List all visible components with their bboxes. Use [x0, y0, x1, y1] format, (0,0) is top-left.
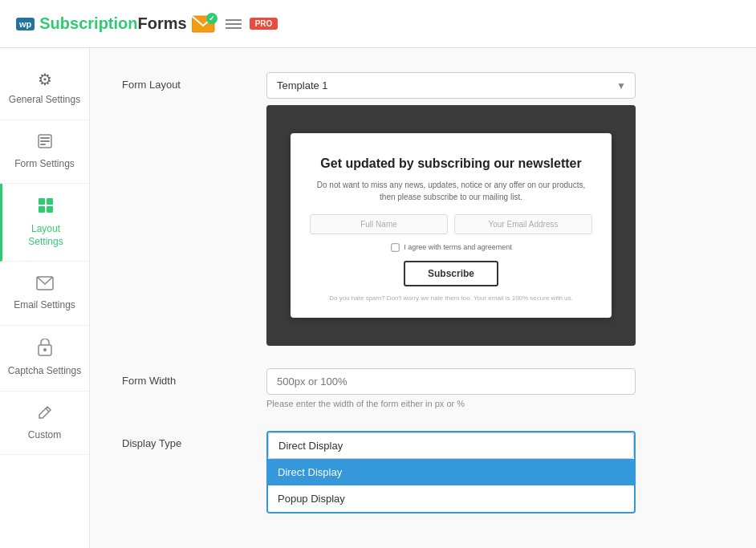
- dropdown-item-direct-display[interactable]: Direct Display: [268, 459, 634, 485]
- display-type-row: Display Type Direct Display Direct Displ…: [122, 431, 724, 459]
- sidebar-item-label: Custom: [28, 429, 61, 442]
- wp-badge: wp: [16, 18, 35, 30]
- sidebar-item-layout-settings[interactable]: LayoutSettings: [0, 184, 89, 262]
- preview-checkbox-input: [392, 243, 400, 251]
- preview-subscribe-button: Subscribe: [404, 261, 498, 286]
- svg-rect-10: [47, 206, 53, 213]
- preview-checkbox-row: I agree with terms and agreement: [310, 242, 592, 253]
- dropdown-item-popup-display[interactable]: Popup Display: [268, 485, 634, 512]
- gear-icon: ⚙: [38, 69, 52, 90]
- form-icon: [37, 133, 53, 154]
- preview-email-field: Your Email Address: [454, 214, 592, 234]
- sidebar-item-label: Email Settings: [14, 299, 75, 312]
- pencil-icon: [37, 404, 53, 425]
- logo-forms: Forms: [138, 14, 187, 32]
- sidebar-item-captcha-settings[interactable]: Captcha Settings: [0, 326, 89, 392]
- preview-name-field: Full Name: [310, 214, 448, 234]
- preview-checkbox-label: I agree with terms and agreement: [404, 243, 512, 251]
- form-layout-select[interactable]: Template 1 Template 2 Template 3: [266, 72, 636, 99]
- svg-rect-4: [40, 137, 50, 139]
- form-layout-row: Form Layout Template 1 Template 2 Templa…: [122, 72, 724, 346]
- logo-text: SubscriptionForms: [39, 14, 186, 33]
- menu-lines-icon: [226, 19, 242, 29]
- svg-rect-8: [47, 198, 53, 205]
- form-width-control: Please enter the width of the form eithe…: [266, 368, 636, 408]
- sidebar-item-form-settings[interactable]: Form Settings: [0, 120, 89, 185]
- svg-rect-5: [40, 140, 50, 142]
- sidebar-item-label: Captcha Settings: [8, 365, 81, 378]
- app-body: ⚙ General Settings Form Settings: [0, 48, 756, 548]
- preview-subtext: Do not want to miss any news, updates, n…: [310, 179, 592, 203]
- display-type-control: Direct Display Direct Display Popup Disp…: [266, 431, 636, 459]
- sidebar-item-general-settings[interactable]: ⚙ General Settings: [0, 56, 89, 120]
- svg-text:✓: ✓: [209, 14, 215, 22]
- sidebar-item-label: Form Settings: [14, 158, 75, 171]
- form-width-row: Form Width Please enter the width of the…: [122, 368, 724, 408]
- captcha-icon: [37, 339, 53, 361]
- svg-rect-9: [39, 206, 45, 213]
- display-type-select-wrapper: Direct Display: [266, 431, 636, 459]
- envelope-icon: ✓: [192, 11, 217, 37]
- form-preview-box: Get updated by subscribing our newslette…: [266, 105, 636, 346]
- sidebar-item-custom[interactable]: Custom: [0, 392, 89, 456]
- svg-rect-7: [39, 198, 45, 205]
- form-preview-inner: Get updated by subscribing our newslette…: [291, 133, 612, 318]
- logo-subscription: Subscription: [39, 14, 137, 32]
- layout-icon: [37, 197, 55, 219]
- form-width-hint: Please enter the width of the form eithe…: [266, 399, 636, 408]
- display-type-label: Display Type: [122, 431, 250, 449]
- form-layout-control: Template 1 Template 2 Template 3 ▼ Get u…: [266, 72, 636, 346]
- sidebar-item-label: General Settings: [9, 94, 80, 107]
- pro-badge: PRO: [250, 18, 278, 30]
- logo: wp SubscriptionForms ✓ PRO: [16, 11, 278, 37]
- main-content: Form Layout Template 1 Template 2 Templa…: [90, 48, 756, 548]
- form-layout-select-wrapper: Template 1 Template 2 Template 3 ▼: [266, 72, 636, 99]
- preview-fields: Full Name Your Email Address: [310, 214, 592, 234]
- preview-footer-text: Do you hate spam? Don't worry we hate th…: [310, 294, 592, 302]
- display-type-selected[interactable]: Direct Display: [268, 432, 634, 459]
- svg-rect-6: [40, 144, 46, 145]
- sidebar-item-email-settings[interactable]: Email Settings: [0, 262, 89, 326]
- svg-line-14: [46, 408, 49, 412]
- form-layout-label: Form Layout: [122, 72, 250, 91]
- form-width-input[interactable]: [266, 368, 636, 395]
- form-width-label: Form Width: [122, 368, 250, 387]
- header: wp SubscriptionForms ✓ PRO: [0, 0, 756, 48]
- preview-heading: Get updated by subscribing our newslette…: [310, 156, 592, 173]
- sidebar-item-label: LayoutSettings: [28, 223, 63, 248]
- svg-point-13: [43, 348, 47, 351]
- email-icon: [36, 274, 54, 295]
- sidebar: ⚙ General Settings Form Settings: [0, 48, 90, 548]
- display-type-dropdown: Direct Display Popup Display: [266, 459, 636, 513]
